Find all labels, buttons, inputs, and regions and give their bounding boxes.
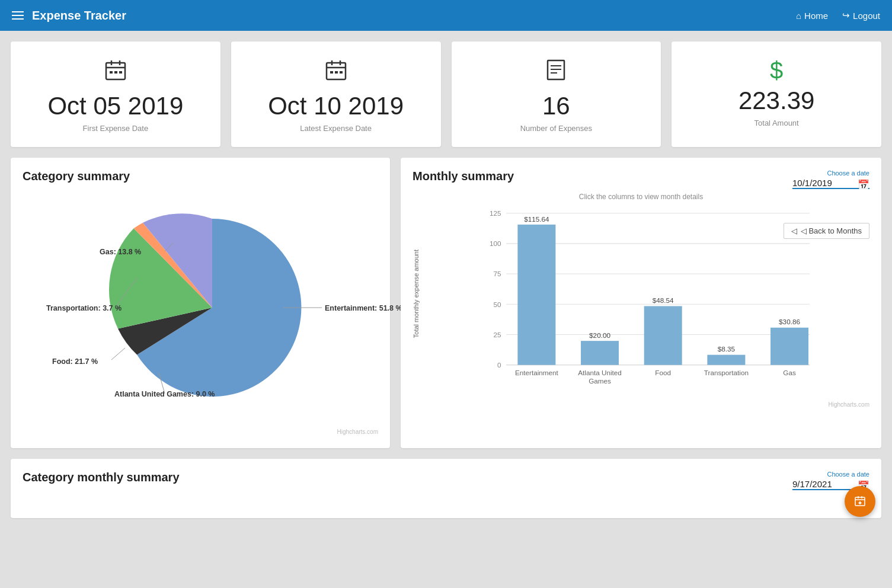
- svg-text:25: 25: [494, 331, 502, 338]
- y-axis-label: Total monthly expense amount: [413, 250, 420, 338]
- first-expense-value: Oct 05 2019: [47, 92, 183, 120]
- pie-chart-credit: Highcharts.com: [23, 429, 378, 435]
- svg-rect-5: [114, 71, 117, 74]
- home-link[interactable]: ⌂ Home: [796, 11, 828, 21]
- svg-line-20: [111, 348, 125, 360]
- logout-link[interactable]: ↪ Logout: [842, 10, 880, 21]
- bar-atlanta[interactable]: [581, 341, 619, 365]
- date-input-group: Choose a date 📅: [792, 170, 869, 189]
- category-summary-title: Category summary: [23, 170, 378, 183]
- category-monthly-title: Category monthly summary: [23, 471, 180, 484]
- svg-text:Games: Games: [589, 377, 611, 385]
- svg-text:$8.35: $8.35: [718, 345, 736, 353]
- svg-text:Transportation: Transportation: [704, 369, 749, 376]
- home-icon: ⌂: [796, 11, 801, 21]
- svg-text:75: 75: [494, 270, 502, 277]
- fab-icon: [853, 494, 867, 509]
- svg-rect-12: [335, 71, 338, 74]
- bar-entertainment[interactable]: [517, 225, 555, 365]
- svg-rect-11: [330, 71, 333, 74]
- calendar-icon-1: [104, 58, 127, 87]
- first-expense-label: First Expense Date: [83, 124, 149, 133]
- category-monthly-summary-card: Category monthly summary Choose a date 📅: [11, 459, 881, 518]
- svg-text:100: 100: [490, 239, 501, 247]
- bottom-date-label: Choose a date: [792, 471, 869, 478]
- svg-text:Food: Food: [655, 369, 671, 376]
- pie-label-food: Food: 21.7 %: [52, 357, 98, 366]
- menu-button[interactable]: [12, 11, 24, 20]
- svg-rect-13: [340, 71, 343, 74]
- num-expenses-card: 16 Number of Expenses: [452, 41, 661, 147]
- total-amount-label: Total Amount: [754, 119, 799, 127]
- svg-text:$30.86: $30.86: [779, 318, 800, 325]
- monthly-calendar-icon[interactable]: 📅: [858, 179, 869, 190]
- pie-label-gas: Gas: 13.8 %: [100, 248, 141, 256]
- pie-chart-svg: Entertainment: 51.8 % Atlanta United Gam…: [28, 195, 372, 420]
- svg-text:Gas: Gas: [783, 369, 796, 376]
- app-header: Expense Tracker ⌂ Home ↪ Logout: [0, 0, 892, 31]
- latest-expense-label: Latest Expense Date: [300, 124, 372, 133]
- logout-icon: ↪: [842, 10, 850, 21]
- svg-text:$115.64: $115.64: [524, 215, 549, 223]
- num-expenses-value: 16: [542, 92, 570, 120]
- total-amount-value: 223.39: [738, 87, 814, 115]
- date-label: Choose a date: [792, 170, 869, 177]
- header-nav: ⌂ Home ↪ Logout: [796, 10, 880, 21]
- svg-text:0: 0: [497, 361, 501, 369]
- pie-label-transportation: Transportation: 3.7 %: [46, 304, 122, 312]
- svg-text:Atlanta United: Atlanta United: [578, 369, 622, 376]
- bar-food[interactable]: [644, 306, 682, 365]
- pie-label-atlanta: Atlanta United Games: 9.0 %: [114, 390, 215, 398]
- app-title: Expense Tracker: [32, 9, 126, 23]
- pie-label-entertainment: Entertainment: 51.8 %: [325, 304, 402, 312]
- pie-chart-container: Entertainment: 51.8 % Atlanta United Gam…: [23, 189, 378, 426]
- latest-expense-card: Oct 10 2019 Latest Expense Date: [231, 41, 441, 147]
- svg-text:Entertainment: Entertainment: [515, 369, 559, 376]
- receipt-icon: [544, 58, 568, 87]
- click-hint: Click the columns to view month details: [413, 193, 869, 201]
- latest-expense-value: Oct 10 2019: [268, 92, 404, 120]
- add-expense-fab[interactable]: [845, 486, 875, 517]
- svg-rect-6: [119, 71, 122, 74]
- first-expense-card: Oct 05 2019 First Expense Date: [11, 41, 220, 147]
- total-amount-card: $ 223.39 Total Amount: [672, 41, 881, 147]
- monthly-summary-card: Monthly summary Choose a date 📅 Click th…: [401, 158, 881, 448]
- calendar-icon-2: [324, 58, 348, 87]
- bar-transportation[interactable]: [707, 355, 745, 365]
- svg-rect-4: [110, 71, 113, 74]
- svg-text:50: 50: [494, 301, 502, 308]
- stats-cards: Oct 05 2019 First Expense Date Oct 10 20…: [0, 31, 892, 154]
- charts-row: Category summary Entertainment: 51.8 %: [0, 154, 892, 455]
- monthly-summary-title: Monthly summary: [413, 170, 514, 183]
- bar-chart-credit: Highcharts.com: [413, 401, 869, 408]
- bar-chart-svg: 125 100 75 50 25 0: [423, 207, 880, 397]
- svg-text:125: 125: [490, 209, 501, 217]
- category-summary-card: Category summary Entertainment: 51.8 %: [11, 158, 390, 448]
- svg-text:$48.54: $48.54: [653, 296, 674, 304]
- bar-gas[interactable]: [770, 328, 808, 365]
- num-expenses-label: Number of Expenses: [520, 124, 592, 133]
- svg-text:$20.00: $20.00: [589, 331, 610, 339]
- dollar-icon: $: [770, 58, 783, 82]
